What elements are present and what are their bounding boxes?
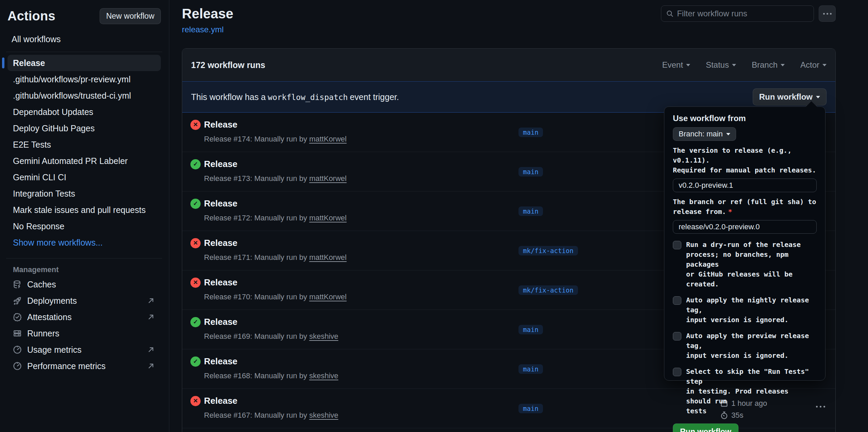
sidebar-divider xyxy=(6,52,162,52)
run-title[interactable]: Release xyxy=(204,396,237,406)
sidebar-item-caches[interactable]: Caches xyxy=(7,276,161,293)
sidebar-item-integration-tests[interactable]: Integration Tests xyxy=(7,185,161,202)
dry-run-label: Run a dry-run of the release process; no… xyxy=(686,240,817,289)
branch-badge[interactable]: main xyxy=(518,167,543,177)
show-more-workflows-link[interactable]: Show more workflows... xyxy=(7,234,161,251)
run-title[interactable]: Release xyxy=(204,159,237,169)
actor-filter-dropdown[interactable]: Actor xyxy=(800,60,827,70)
branch-badge[interactable]: main xyxy=(518,325,543,334)
meter-icon xyxy=(13,362,22,370)
branch-badge[interactable]: mk/fix-action xyxy=(518,285,578,295)
version-input[interactable] xyxy=(673,179,817,192)
run-title[interactable]: Release xyxy=(204,119,237,130)
skip-tests-checkbox[interactable] xyxy=(673,368,681,376)
chevron-down-icon xyxy=(781,64,785,66)
sidebar-item-performance-metrics[interactable]: Performance metrics xyxy=(7,358,161,374)
sidebar-item-trusted-ci[interactable]: .github/workflows/trusted-ci.yml xyxy=(7,87,161,104)
sidebar-divider xyxy=(6,258,162,259)
actor-link[interactable]: mattKorwel xyxy=(309,253,346,262)
external-link-icon xyxy=(147,362,155,370)
runs-count: 172 workflow runs xyxy=(191,60,265,70)
workflow-file-link[interactable]: release.yml xyxy=(182,25,224,34)
sidebar-item-gemini-pr-labeler[interactable]: Gemini Automated PR Labeler xyxy=(7,153,161,169)
run-title[interactable]: Release xyxy=(204,238,237,248)
chevron-down-icon xyxy=(822,64,827,66)
sidebar-item-mark-stale[interactable]: Mark stale issues and pull requests xyxy=(7,202,161,218)
status-failure-icon xyxy=(190,396,201,406)
ref-input[interactable] xyxy=(673,220,817,234)
preview-checkbox[interactable] xyxy=(673,332,681,340)
banner-text: This workflow has aworkflow_dispatcheven… xyxy=(191,92,399,102)
sidebar-item-release[interactable]: Release xyxy=(7,55,161,71)
actor-link[interactable]: mattKorwel xyxy=(309,214,346,222)
nightly-checkbox-row: Auto apply the nightly release tag, inpu… xyxy=(673,295,817,325)
nightly-checkbox[interactable] xyxy=(673,296,681,305)
branch-badge[interactable]: main xyxy=(518,128,543,137)
page-kebab-button[interactable] xyxy=(819,5,836,22)
dry-run-checkbox[interactable] xyxy=(673,241,681,249)
status-success-icon xyxy=(190,159,201,169)
sidebar-item-label: Usage metrics xyxy=(27,345,82,355)
sidebar-item-usage-metrics[interactable]: Usage metrics xyxy=(7,342,161,358)
dry-run-checkbox-row: Run a dry-run of the release process; no… xyxy=(673,240,817,289)
branch-badge[interactable]: mk/fix-action xyxy=(518,246,578,255)
run-kebab-button[interactable] xyxy=(816,406,825,408)
meter-icon xyxy=(13,345,22,354)
run-title[interactable]: Release xyxy=(204,356,237,367)
management-section-label: Management xyxy=(13,265,161,274)
branch-filter-dropdown[interactable]: Branch xyxy=(752,60,785,70)
sidebar-item-runners[interactable]: Runners xyxy=(7,325,161,342)
branch-badge[interactable]: main xyxy=(518,206,543,216)
event-filter-dropdown[interactable]: Event xyxy=(662,60,690,70)
actor-link[interactable]: skeshive xyxy=(309,371,338,380)
actor-link[interactable]: mattKorwel xyxy=(309,293,346,301)
topbar xyxy=(661,5,836,22)
actor-link[interactable]: mattKorwel xyxy=(309,135,346,143)
branch-badge[interactable]: main xyxy=(518,364,543,374)
sidebar-item-all-workflows[interactable]: All workflows xyxy=(7,34,161,44)
cache-icon xyxy=(13,280,22,289)
version-field-label: The version to release (e.g., v0.1.11). … xyxy=(673,146,817,175)
sidebar-item-deployments[interactable]: Deployments xyxy=(7,293,161,309)
sidebar-item-label: Caches xyxy=(27,280,56,289)
sidebar-item-label: Attestations xyxy=(27,312,72,322)
sidebar-item-attestations[interactable]: Attestations xyxy=(7,309,161,325)
rocket-icon xyxy=(13,296,22,305)
sidebar-item-label: Deployments xyxy=(27,296,77,306)
chevron-down-icon xyxy=(726,133,730,135)
sidebar-item-gemini-cli-ci[interactable]: Gemini CLI CI xyxy=(7,169,161,185)
skip-tests-checkbox-row: Select to skip the "Run Tests" step in t… xyxy=(673,367,817,416)
sidebar-item-no-response[interactable]: No Response xyxy=(7,218,161,234)
actor-link[interactable]: mattKorwel xyxy=(309,174,346,183)
verified-icon xyxy=(13,313,22,321)
sidebar-item-pr-review[interactable]: .github/workflows/pr-review.yml xyxy=(7,71,161,87)
chevron-down-icon xyxy=(686,64,690,66)
actor-link[interactable]: skeshive xyxy=(309,411,338,419)
run-title[interactable]: Release xyxy=(204,277,237,288)
status-failure-icon xyxy=(190,238,201,248)
sidebar-item-dependabot-updates[interactable]: Dependabot Updates xyxy=(7,104,161,120)
run-workflow-dropdown-button[interactable]: Run workflow xyxy=(753,88,827,105)
status-filter-dropdown[interactable]: Status xyxy=(706,60,736,70)
sidebar-item-e2e-tests[interactable]: E2E Tests xyxy=(7,136,161,153)
filter-workflow-runs-input[interactable] xyxy=(677,9,809,18)
popover-title: Use workflow from xyxy=(673,114,817,123)
run-workflow-popover: Use workflow from Branch: main The versi… xyxy=(664,106,826,381)
branch-select-button[interactable]: Branch: main xyxy=(673,127,736,141)
status-failure-icon xyxy=(190,278,201,288)
status-success-icon xyxy=(190,356,201,367)
search-icon xyxy=(666,10,674,18)
external-link-icon xyxy=(147,345,155,354)
runs-list-header: 172 workflow runs Event Status Branch Ac… xyxy=(182,49,835,81)
status-failure-icon xyxy=(190,120,201,130)
workflow-dispatch-code: workflow_dispatch xyxy=(266,93,350,102)
status-success-icon xyxy=(190,199,201,209)
runs-filters: Event Status Branch Actor xyxy=(662,60,827,70)
run-workflow-submit-button[interactable]: Run workflow xyxy=(673,423,738,432)
actor-link[interactable]: skeshive xyxy=(309,332,338,340)
run-title[interactable]: Release xyxy=(204,198,237,209)
sidebar-item-deploy-github-pages[interactable]: Deploy GitHub Pages xyxy=(7,120,161,136)
branch-badge[interactable]: main xyxy=(518,404,543,413)
run-title[interactable]: Release xyxy=(204,317,237,327)
new-workflow-button[interactable]: New workflow xyxy=(100,8,161,24)
